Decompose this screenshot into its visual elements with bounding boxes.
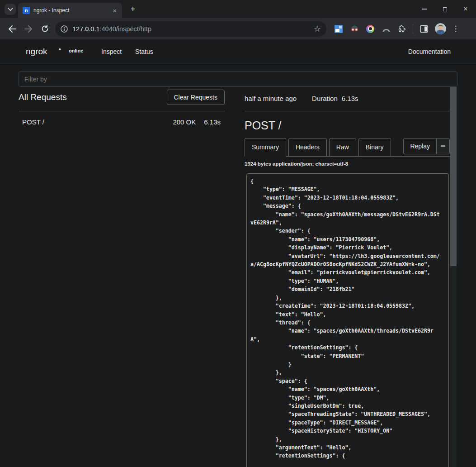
detail-scrollbar-thumb[interactable] (450, 87, 457, 266)
nav-item-status[interactable]: Status (135, 48, 153, 55)
replay-split-button: Replay (403, 138, 450, 154)
detail-scrollbar-track[interactable] (450, 87, 457, 467)
detail-panel: half a minute ago Duration 6.13s POST / … (245, 87, 457, 467)
requests-panel: All Requests Clear Requests POST / 200 O… (19, 90, 225, 126)
close-icon: × (463, 5, 467, 13)
site-info-icon[interactable] (61, 25, 68, 33)
maximize-button[interactable] (434, 0, 455, 18)
ngrok-brand[interactable]: ngrok (26, 47, 47, 57)
url-path: :4040/inspect/http (99, 25, 151, 33)
extension-goggles-icon[interactable] (349, 24, 359, 34)
bookmark-star-icon[interactable]: ☆ (314, 24, 321, 34)
forward-button[interactable] (22, 22, 35, 36)
extension-arc-icon[interactable] (381, 24, 391, 34)
url-bar[interactable]: 127.0.0.1:4040/inspect/http ☆ (55, 21, 326, 37)
request-method-path: POST / (22, 118, 44, 126)
body-meta: 1924 bytes application/json; charset=utf… (245, 161, 450, 167)
clear-requests-button[interactable]: Clear Requests (167, 90, 225, 105)
duration-label: Duration (312, 95, 338, 102)
status-dot-icon: • (59, 46, 61, 53)
back-arrow-icon (8, 25, 16, 33)
reload-icon (41, 25, 49, 33)
profile-avatar[interactable] (435, 23, 446, 34)
request-time-ago: half a minute ago (245, 95, 297, 102)
ngrok-favicon: n (23, 7, 30, 14)
duration-value: 6.13s (342, 95, 358, 102)
forward-arrow-icon (24, 25, 33, 33)
maximize-icon (443, 7, 447, 11)
tab-title: ngrok - Inspect (33, 7, 112, 14)
nav-item-documentation[interactable]: Documentation (408, 48, 451, 55)
status-online-label: online (69, 48, 83, 53)
ngrok-navbar: ngrok • online Inspect Status Documentat… (0, 39, 476, 63)
browser-toolbar: 127.0.0.1:4040/inspect/http ☆ (0, 18, 476, 39)
extensions-puzzle-icon[interactable] (397, 24, 407, 34)
response-body-block[interactable]: { "type": "MESSAGE", "eventTime": "2023-… (246, 173, 449, 467)
extension-camera-lens-icon[interactable] (365, 24, 375, 34)
browser-menu-button[interactable]: ⋮ (452, 24, 459, 34)
request-row[interactable]: POST / 200 OK 6.13s (19, 111, 225, 126)
tab-search-button[interactable] (5, 4, 16, 15)
divider (245, 111, 450, 111)
url-host: 127.0.0.1 (72, 25, 99, 33)
replay-dropdown-button[interactable] (436, 138, 449, 154)
response-body-json: { "type": "MESSAGE", "eventTime": "2023-… (250, 177, 445, 460)
detail-tabs: Summary Headers Raw Binary Replay (245, 138, 450, 157)
window-controls: × (414, 0, 476, 18)
replay-button[interactable]: Replay (404, 138, 436, 154)
browser-tab[interactable]: n ngrok - Inspect × (18, 3, 122, 18)
tab-raw[interactable]: Raw (329, 138, 356, 157)
tab-headers[interactable]: Headers (288, 138, 327, 157)
tab-summary[interactable]: Summary (245, 138, 286, 157)
side-panel-button[interactable] (419, 24, 429, 34)
toolbar-separator (413, 24, 413, 33)
tab-close-icon[interactable]: × (112, 7, 118, 14)
minimize-button[interactable] (414, 0, 434, 18)
request-duration: 6.13s (204, 118, 221, 126)
requests-title: All Requests (19, 92, 67, 102)
detail-title: POST / (245, 119, 450, 132)
browser-window: n ngrok - Inspect × + × (0, 0, 476, 467)
kebab-menu-icon: ⋮ (452, 25, 460, 33)
request-status: 200 OK (173, 118, 196, 126)
extension-blue-tabs-icon[interactable] (334, 24, 344, 34)
caret-icon (441, 145, 445, 147)
filter-input[interactable] (19, 71, 457, 87)
minimize-icon (422, 9, 427, 10)
new-tab-button[interactable]: + (127, 4, 138, 14)
reload-button[interactable] (38, 22, 52, 36)
nav-item-inspect[interactable]: Inspect (101, 48, 122, 55)
chevron-down-icon (8, 8, 13, 11)
close-window-button[interactable]: × (455, 0, 476, 18)
browser-titlebar: n ngrok - Inspect × + × (0, 0, 476, 18)
tab-binary[interactable]: Binary (358, 138, 391, 157)
back-button[interactable] (5, 22, 19, 36)
extensions-row: ⋮ (334, 23, 459, 34)
